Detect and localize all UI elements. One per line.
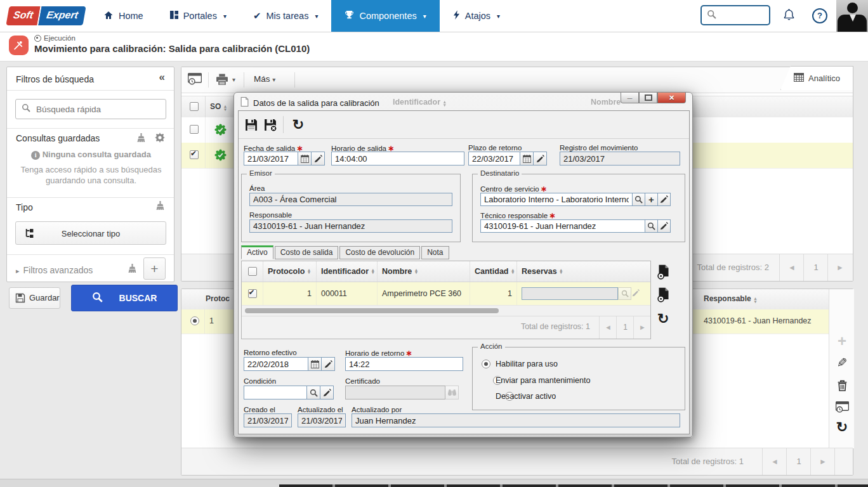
cell-identificador: 000011 bbox=[317, 282, 378, 305]
column-so[interactable]: SO▴▾ bbox=[210, 102, 227, 111]
pagination-page-number[interactable]: 1 bbox=[803, 254, 828, 281]
condicion-input[interactable] bbox=[244, 386, 307, 399]
horario-salida-input[interactable] bbox=[331, 152, 464, 166]
add-filter-button[interactable]: + bbox=[143, 257, 166, 280]
lookup-search-icon[interactable] bbox=[645, 219, 658, 233]
softexpert-logo[interactable]: Soft Expert bbox=[6, 6, 86, 25]
pagination-page-number[interactable]: 1 bbox=[786, 448, 811, 475]
plazo-retorno-input[interactable] bbox=[468, 152, 520, 166]
clear-field-icon[interactable] bbox=[320, 386, 334, 399]
maximize-button[interactable] bbox=[639, 93, 657, 103]
global-search-input[interactable] bbox=[720, 10, 767, 21]
row-radio[interactable] bbox=[190, 316, 199, 325]
row-checkbox[interactable]: ✔ bbox=[248, 289, 257, 298]
calendar-icon[interactable] bbox=[520, 152, 534, 166]
dialog-body: ↻ Fecha de salida∗ Horario de salida∗ Pl… bbox=[238, 110, 690, 434]
delete-trash-icon[interactable] bbox=[833, 377, 851, 394]
dialog-title-bar[interactable]: Datos de la salida para calibración bbox=[240, 97, 379, 108]
print-dropdown-caret[interactable]: ▾ bbox=[232, 76, 235, 83]
quick-search-box[interactable] bbox=[15, 99, 166, 119]
refresh-icon[interactable]: ↻ bbox=[833, 419, 851, 436]
row-checkbox[interactable] bbox=[190, 125, 199, 134]
pagination-page-number[interactable]: 1 bbox=[616, 316, 634, 339]
record-view-icon[interactable] bbox=[188, 73, 202, 88]
lookup-search-icon[interactable] bbox=[632, 193, 645, 206]
asset-table: Protocolo▴▾ Identificador▴▾ Nombre▴▾ Can… bbox=[241, 261, 651, 339]
horario-retorno-input[interactable] bbox=[345, 357, 463, 371]
pagination-prev-button[interactable]: ◄ bbox=[762, 448, 787, 475]
disassociate-record-icon[interactable] bbox=[657, 287, 670, 305]
help-icon[interactable]: ? bbox=[812, 8, 827, 23]
pagination-next-button[interactable]: ► bbox=[827, 254, 852, 281]
calendar-icon[interactable] bbox=[298, 152, 312, 166]
column-protocolo[interactable]: Protocolo▴▾ bbox=[263, 261, 317, 282]
select-all-checkbox[interactable] bbox=[248, 267, 257, 276]
tab-costo-devolucion[interactable]: Costo de devolución bbox=[339, 246, 420, 259]
menu-componentes[interactable]: Componentes ▾ bbox=[331, 0, 439, 32]
close-button[interactable]: ✕ bbox=[657, 93, 686, 103]
select-all-checkbox[interactable] bbox=[190, 102, 199, 111]
user-avatar[interactable] bbox=[836, 0, 868, 32]
menu-mis-tareas[interactable]: ✔ Mis tareas ▾ bbox=[240, 0, 332, 32]
column-nombre[interactable]: Nombre▴▾ bbox=[378, 261, 470, 282]
radio-habilitar[interactable] bbox=[482, 360, 490, 368]
pagination-next-button[interactable]: ► bbox=[810, 448, 835, 475]
column-identificador[interactable]: Identificador▴▾ bbox=[317, 261, 378, 282]
scrollbar-thumb[interactable] bbox=[245, 308, 499, 313]
pagination-next-button[interactable]: ► bbox=[633, 316, 651, 339]
notifications-bell-icon[interactable] bbox=[783, 8, 795, 23]
associate-record-icon[interactable] bbox=[657, 264, 670, 282]
column-reservas[interactable]: Reservas▴▾ bbox=[517, 261, 650, 282]
search-button[interactable]: BUSCAR bbox=[71, 285, 178, 311]
tecnico-responsable-input[interactable] bbox=[480, 219, 645, 233]
menu-atajos[interactable]: Atajos ▾ bbox=[440, 0, 513, 32]
empty-state-title: Ninguna consulta guardada bbox=[43, 150, 151, 159]
fecha-salida-input[interactable] bbox=[244, 152, 298, 166]
global-search-box[interactable] bbox=[700, 5, 770, 25]
add-record-button[interactable]: + bbox=[833, 332, 851, 350]
quick-search-input[interactable] bbox=[35, 104, 152, 115]
tab-activo[interactable]: Activo bbox=[241, 245, 273, 259]
minimize-button[interactable]: — bbox=[621, 93, 639, 103]
tab-analitico[interactable]: Analítico bbox=[780, 66, 853, 90]
clear-field-icon[interactable] bbox=[657, 193, 671, 206]
clear-filter-icon[interactable] bbox=[155, 201, 165, 213]
refresh-icon[interactable]: ↻ bbox=[657, 313, 669, 325]
print-icon[interactable] bbox=[216, 74, 228, 88]
collapse-sidebar-icon[interactable]: « bbox=[159, 71, 165, 84]
calendar-icon[interactable] bbox=[308, 357, 322, 371]
save-query-button[interactable]: Guardar bbox=[9, 287, 60, 309]
edit-pencil-icon[interactable]: ✎ bbox=[833, 354, 851, 372]
advanced-filters-toggle[interactable]: ▸Filtros avanzados bbox=[16, 265, 93, 275]
gear-icon[interactable] bbox=[155, 133, 165, 145]
column-protocol[interactable]: Protoc bbox=[206, 294, 230, 303]
clear-filter-icon[interactable] bbox=[128, 264, 137, 276]
chevron-down-icon: ▾ bbox=[315, 13, 318, 20]
pagination-prev-button[interactable]: ◄ bbox=[779, 254, 804, 281]
clear-field-icon[interactable] bbox=[533, 152, 547, 166]
menu-portales[interactable]: Portales ▾ bbox=[157, 0, 240, 32]
refresh-icon[interactable]: ↻ bbox=[289, 116, 307, 134]
save-icon[interactable] bbox=[242, 116, 260, 134]
accion-legend: Acción bbox=[478, 342, 505, 350]
clear-field-icon[interactable] bbox=[321, 357, 335, 371]
more-menu[interactable]: Más ▾ bbox=[254, 74, 275, 84]
asset-table-row[interactable]: ✔ 1 000011 Amperimetro PCE 360 1 bbox=[242, 282, 650, 306]
column-cantidad[interactable]: Cantidad▴▾ bbox=[470, 261, 517, 282]
menu-home[interactable]: Home bbox=[90, 0, 157, 32]
add-new-icon[interactable]: + bbox=[645, 193, 658, 206]
clear-filter-icon[interactable] bbox=[136, 133, 146, 145]
retorno-efectivo-input[interactable] bbox=[244, 357, 308, 371]
lookup-search-icon[interactable] bbox=[306, 386, 320, 399]
record-view-icon[interactable] bbox=[833, 398, 851, 416]
clear-field-icon[interactable] bbox=[657, 219, 671, 233]
select-type-button[interactable]: Seleccionar tipo bbox=[15, 221, 166, 245]
pagination-prev-button[interactable]: ◄ bbox=[599, 316, 617, 339]
row-checkbox[interactable]: ✔ bbox=[190, 150, 199, 159]
column-responsible[interactable]: Responsable▴▾ bbox=[704, 294, 756, 303]
centro-servicio-input[interactable] bbox=[480, 193, 633, 206]
save-and-close-icon[interactable] bbox=[261, 116, 279, 134]
tab-nota[interactable]: Nota bbox=[421, 246, 449, 259]
clear-field-icon[interactable] bbox=[311, 152, 325, 166]
tab-costo-salida[interactable]: Costo de salida bbox=[275, 246, 339, 259]
